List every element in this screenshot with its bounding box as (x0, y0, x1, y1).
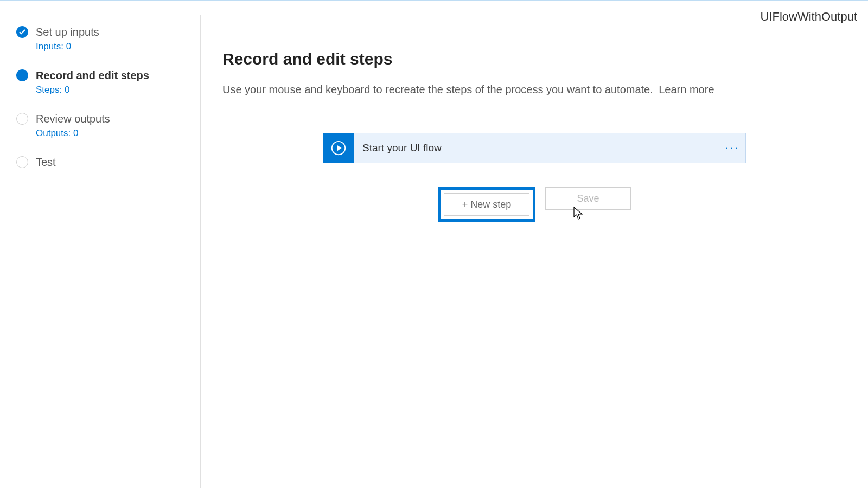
step-subtitle: Steps: 0 (36, 85, 149, 95)
sidebar-item-record-edit[interactable]: Record and edit steps Steps: 0 (0, 65, 200, 99)
flow-card-label: Start your UI flow (354, 142, 719, 154)
sidebar-item-review-outputs[interactable]: Review outputs Outputs: 0 (0, 108, 200, 142)
step-texts: Record and edit steps Steps: 0 (36, 68, 149, 95)
page-title: Record and edit steps (222, 50, 846, 68)
sidebar-item-setup-inputs[interactable]: Set up inputs Inputs: 0 (0, 22, 200, 55)
step-title: Review outputs (36, 112, 110, 126)
future-step-icon (16, 113, 28, 125)
highlight-frame: + New step (438, 187, 535, 222)
sidebar-item-test[interactable]: Test (0, 152, 200, 172)
page-description-row: Use your mouse and keyboard to recreate … (222, 84, 846, 96)
step-title: Test (36, 155, 56, 169)
save-button[interactable]: Save (545, 187, 631, 210)
action-buttons: + New step Save (323, 187, 746, 222)
step-title: Set up inputs (36, 25, 99, 39)
accent-bar (0, 0, 868, 1)
play-icon (323, 133, 354, 163)
future-step-icon (16, 156, 28, 168)
flow-name: UIFlowWithOutput (761, 10, 858, 24)
start-flow-card[interactable]: Start your UI flow ··· (323, 133, 746, 163)
learn-more-link[interactable]: Learn more (659, 84, 714, 95)
wizard-sidebar: Set up inputs Inputs: 0 Record and edit … (0, 15, 201, 488)
more-icon[interactable]: ··· (719, 141, 745, 155)
main-content: Record and edit steps Use your mouse and… (201, 23, 868, 488)
check-icon (16, 26, 28, 38)
step-title: Record and edit steps (36, 68, 149, 82)
step-subtitle: Outputs: 0 (36, 128, 110, 139)
step-texts: Test (36, 155, 56, 169)
step-texts: Review outputs Outputs: 0 (36, 112, 110, 139)
step-subtitle: Inputs: 0 (36, 41, 99, 52)
current-step-icon (16, 69, 28, 81)
page-description: Use your mouse and keyboard to recreate … (222, 84, 653, 95)
new-step-button[interactable]: + New step (444, 193, 529, 216)
step-texts: Set up inputs Inputs: 0 (36, 25, 99, 52)
